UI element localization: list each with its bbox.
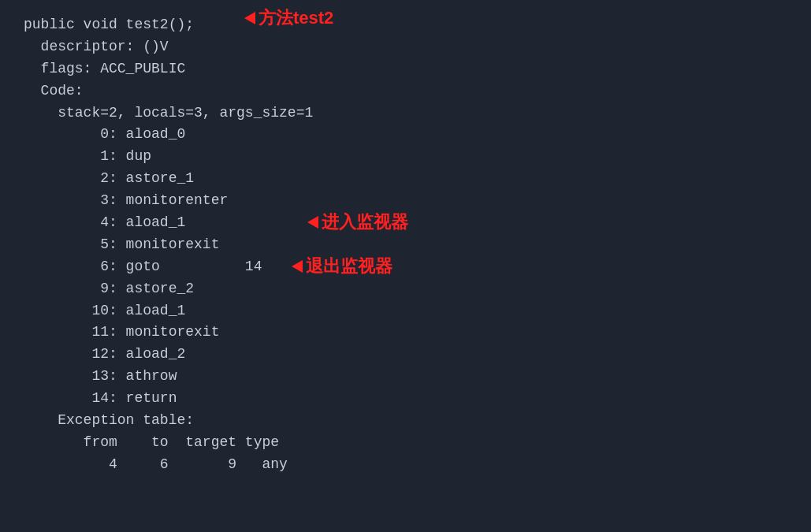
code-line-3: flags: ACC_PUBLIC [24, 61, 185, 76]
code-block: public void test2(); descriptor: ()V fla… [24, 14, 787, 476]
annotation-monitorexit: 退出监视器 [292, 255, 392, 278]
code-line-11: 5: monitorexit [24, 236, 219, 252]
code-line-9: 3: monitorenter [24, 192, 228, 208]
code-line-14: 10: aload_1 [24, 303, 185, 318]
arrow-monitorenter-icon [307, 216, 318, 229]
code-line-19: Exception table: [24, 412, 194, 428]
code-line-17: 13: athrow [24, 368, 177, 384]
code-line-4: Code: [24, 83, 84, 99]
annotation-test2: 方法test2 [244, 6, 333, 30]
code-line-21: 4 6 9 any [24, 456, 288, 472]
code-line-6: 0: aload_0 [24, 126, 185, 142]
code-line-16: 12: aload_2 [24, 346, 185, 362]
code-line-18: 14: return [24, 390, 177, 406]
annotation-test2-label: 方法test2 [259, 6, 333, 30]
code-line-15: 11: monitorexit [24, 324, 219, 340]
arrow-monitorexit-icon [292, 260, 303, 273]
code-line-20: from to target type [24, 434, 279, 450]
code-line-8: 2: astore_1 [24, 170, 194, 186]
code-line-13: 9: astore_2 [24, 281, 194, 296]
code-line-10: 4: aload_1 [24, 214, 185, 230]
annotation-monitorexit-label: 退出监视器 [306, 255, 392, 278]
code-line-12: 6: goto 14 [24, 259, 262, 274]
annotation-monitorenter: 进入监视器 [307, 210, 408, 234]
code-container: public void test2(); descriptor: ()V fla… [0, 0, 811, 532]
code-line-5: stack=2, locals=3, args_size=1 [24, 105, 313, 121]
code-line-2: descriptor: ()V [24, 39, 169, 54]
arrow-test2-icon [244, 12, 255, 24]
annotation-monitorenter-label: 进入监视器 [322, 210, 408, 234]
code-line-7: 1: dup [24, 148, 151, 164]
code-line-1: public void test2(); [24, 17, 194, 32]
